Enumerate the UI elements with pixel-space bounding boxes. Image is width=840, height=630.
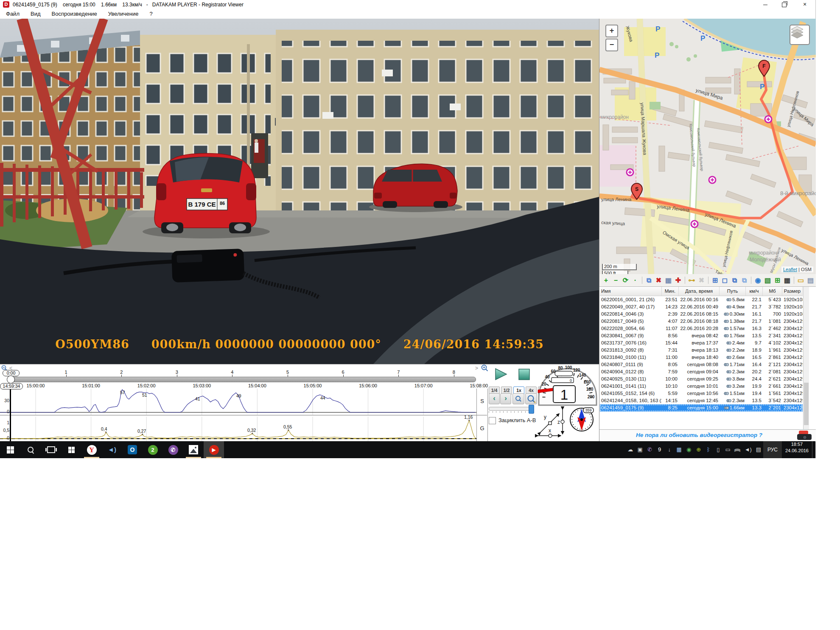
table-row[interactable]: 06241055_0152, 154 (6)5:59сегодня 10:561… <box>600 390 803 397</box>
photos-app[interactable] <box>183 441 204 458</box>
col-mb[interactable]: Мб <box>763 287 782 296</box>
2gis-app[interactable]: 2 <box>143 441 163 458</box>
volume-handle[interactable] <box>529 405 534 414</box>
globe-icon[interactable]: ◉ <box>753 276 762 285</box>
add-frame-icon[interactable]: ⊞ <box>711 276 720 285</box>
waypoint-marker[interactable] <box>691 221 698 227</box>
film-icon[interactable]: ▦ <box>783 276 792 285</box>
table-row[interactable]: 06220016_0001, 21 (26)23:5122.06.2016 00… <box>600 296 803 303</box>
table-row[interactable]: 06241001_0141 (11)10:10сегодня 10:013.2к… <box>600 383 803 390</box>
col-name[interactable]: Имя <box>600 287 662 296</box>
cloud-icon[interactable]: ☁ <box>627 441 633 458</box>
yandex-browser[interactable]: Y <box>81 441 102 458</box>
windows-app[interactable] <box>61 441 81 458</box>
delete-icon[interactable]: ✖ <box>654 276 663 285</box>
update-link[interactable]: Не пора ли обновить видеорегистратор ? <box>599 432 799 438</box>
bluetooth-icon[interactable]: ᛒ <box>706 441 711 458</box>
col-size[interactable]: Размер <box>782 287 803 296</box>
table-row[interactable]: 06222028_0054, 6611:0722.06.2016 20:281.… <box>600 325 803 332</box>
map-zoom-in-button[interactable]: + <box>605 25 618 37</box>
search-button[interactable] <box>20 441 41 458</box>
route-map[interactable]: Жуковаулица Маршала Жуковамикрорайонулиц… <box>599 19 816 274</box>
table-row[interactable]: 06240807_0111 (9)8:05сегодня 08:081.71км… <box>600 361 803 368</box>
viber-app[interactable]: ✆ <box>163 441 183 458</box>
map-zoom-out-button[interactable]: − <box>605 39 618 51</box>
outlook-app[interactable]: O <box>122 441 143 458</box>
table-row[interactable]: 06231737_0076 (16)15:44вчера 17:372.4км9… <box>600 339 803 347</box>
restore-button[interactable] <box>775 0 793 9</box>
leaflet-link[interactable]: Leaflet <box>783 267 797 272</box>
table-row[interactable]: 06241459_0175 (9)8:25сегодня 15:001.66км… <box>600 404 803 412</box>
menu-item-1[interactable]: Файл <box>6 9 20 19</box>
language-indicator[interactable]: РУС <box>763 441 782 458</box>
playback-cursor[interactable] <box>10 383 11 442</box>
table-row[interactable]: 06240904_0122 (8)7:59сегодня 09:042.3км2… <box>600 368 803 375</box>
col-speed[interactable]: км/ч <box>746 287 763 296</box>
minimize-button[interactable] <box>756 0 775 9</box>
show-desktop-button[interactable] <box>812 441 815 458</box>
dot-icon[interactable]: · <box>631 276 640 285</box>
chart-icon[interactable]: ▧ <box>763 276 772 285</box>
table-row[interactable]: 06231840_0100 (11)11:00вчера 18:402.6км1… <box>600 354 803 361</box>
next-file-button[interactable]: › <box>500 393 511 404</box>
table-row[interactable]: 06240925_0130 (11)10:00сегодня 09:253.8к… <box>600 375 803 383</box>
frame-icon[interactable]: ◻ <box>720 276 729 285</box>
waypoint-marker[interactable] <box>765 116 772 123</box>
frames-icon[interactable]: ⧉ <box>730 276 739 285</box>
video-frame[interactable]: В 179 СЕ 86 <box>0 19 599 364</box>
taskbar-clock[interactable]: 18:57 24.06.2016 <box>782 441 812 458</box>
stop-button[interactable] <box>518 368 530 381</box>
add-icon[interactable]: + <box>602 276 610 285</box>
menu-item-5[interactable]: ? <box>149 9 152 19</box>
seek-slider[interactable] <box>11 377 476 382</box>
menu-item-2[interactable]: Вид <box>31 9 41 19</box>
broken-link-icon[interactable]: ✖ <box>697 276 706 285</box>
loop-ab-checkbox[interactable] <box>489 417 496 424</box>
speed-chart[interactable] <box>0 389 476 415</box>
zoom-out-button[interactable] <box>512 393 524 404</box>
notifications-icon[interactable]: ▤ <box>756 441 762 458</box>
usb-icon[interactable]: ▯ <box>715 441 721 458</box>
keyboard-layout-icon[interactable]: ▦ <box>676 441 682 458</box>
volume-slider[interactable] <box>489 407 534 411</box>
globe-tray-icon[interactable]: ◉ <box>686 441 692 458</box>
datakam-player-app[interactable]: ▶ <box>204 441 224 458</box>
download-icon[interactable]: ↓ <box>666 441 672 458</box>
copy-icon[interactable]: ⧉ <box>644 276 653 285</box>
table-row[interactable]: 06231813_0092 (8)7:31вчера 18:132.2км18.… <box>600 347 803 354</box>
play-button[interactable] <box>493 368 508 381</box>
remove-icon[interactable]: − <box>611 276 620 285</box>
timeline-zoom-in-icon[interactable] <box>481 364 488 372</box>
waypoint-marker[interactable] <box>627 169 633 176</box>
seek-handle[interactable] <box>7 375 15 384</box>
table-row[interactable]: 06241244_0158, 160, 163 (17)14:15сегодня… <box>600 397 803 404</box>
frames2-icon[interactable]: ⧉ <box>740 276 749 285</box>
save-icon[interactable]: ▦ <box>664 276 673 285</box>
key-icon[interactable]: ⊶ <box>687 276 696 285</box>
viber-tray-icon[interactable]: ✆ <box>647 441 653 458</box>
waypoint-marker[interactable] <box>709 176 716 183</box>
map-layers-button[interactable] <box>790 25 810 45</box>
menu-item-4[interactable]: Увеличение <box>108 9 139 19</box>
table-row[interactable]: 06220814_0046 (3)2:3922.06.2016 08:150.3… <box>600 311 803 318</box>
table-scrollbar[interactable] <box>803 287 809 429</box>
close-button[interactable]: × <box>794 0 815 9</box>
col-path[interactable]: Путь <box>720 287 746 296</box>
zoom-in-button[interactable] <box>525 393 537 404</box>
menu-item-3[interactable]: Воспроизведение <box>52 9 97 19</box>
table-row[interactable]: 06220049_0027, 40 (17)14:2322.06.2016 00… <box>600 303 803 311</box>
prev-file-button[interactable]: ‹ <box>489 393 500 404</box>
plus-circle-icon[interactable]: ⊕ <box>696 441 702 458</box>
badge-count[interactable]: 9 <box>657 441 663 458</box>
table-row[interactable]: 06230841_0067 (9)8:56вчера 08:421.76км13… <box>600 332 803 339</box>
start-button[interactable] <box>0 441 20 458</box>
wifi-icon[interactable]: ((( <box>735 441 741 458</box>
folder-icon[interactable]: ▭ <box>796 276 805 285</box>
col-min[interactable]: Мин. <box>662 287 679 296</box>
task-view-button[interactable] <box>41 441 61 458</box>
display-icon[interactable]: ▣ <box>637 441 643 458</box>
gsensor-chart[interactable] <box>0 417 476 442</box>
report-icon[interactable]: ▤ <box>806 276 815 285</box>
refresh-icon[interactable]: ⟳ <box>621 276 630 285</box>
medkit-icon[interactable]: ✚ <box>674 276 683 285</box>
